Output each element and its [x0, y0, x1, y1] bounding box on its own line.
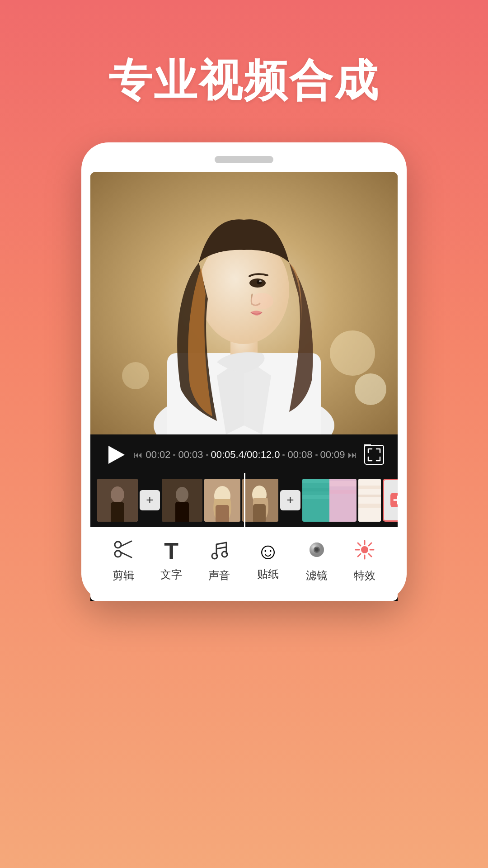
clip-thumb-6[interactable]: [358, 479, 381, 522]
svg-point-3: [122, 362, 149, 389]
toolbar-item-effect[interactable]: 特效: [354, 539, 375, 583]
svg-point-18: [176, 487, 188, 502]
svg-rect-28: [302, 479, 329, 483]
clip-thumb-3[interactable]: [204, 479, 240, 522]
svg-rect-34: [358, 486, 381, 489]
svg-rect-35: [358, 495, 381, 497]
svg-point-13: [251, 293, 273, 309]
clip-add-btn-1[interactable]: +: [140, 490, 160, 510]
svg-rect-16: [111, 502, 124, 522]
clip-thumb-1[interactable]: [97, 479, 138, 522]
svg-line-44: [216, 547, 226, 549]
svg-line-42: [120, 541, 131, 547]
cut-label: 剪辑: [113, 568, 134, 583]
skip-back-icon[interactable]: ⏮: [134, 450, 143, 460]
sticker-icon: ☺: [257, 540, 280, 562]
marker-08: 00:08: [287, 449, 312, 461]
svg-point-15: [111, 486, 124, 503]
svg-point-11: [257, 280, 262, 284]
toolbar-item-cut[interactable]: 剪辑: [113, 538, 134, 583]
clip-strip: +: [90, 473, 398, 527]
svg-point-51: [361, 546, 368, 553]
fullscreen-icon: [367, 448, 381, 462]
controls-bar: ⏮ 00:02 00:03 00:05.4/00:12.0 00:08 00:0…: [90, 434, 398, 473]
video-background: [90, 172, 398, 434]
svg-rect-22: [216, 505, 229, 522]
svg-line-56: [358, 543, 361, 546]
svg-point-45: [212, 553, 217, 559]
current-time-display: 00:05.4/00:12.0: [211, 449, 280, 461]
svg-line-57: [369, 554, 371, 557]
phone-screen: ⏮ 00:02 00:03 00:05.4/00:12.0 00:08 00:0…: [90, 172, 398, 601]
clip-add-large-btn[interactable]: [383, 479, 398, 522]
phone-notch: [215, 156, 273, 163]
svg-rect-31: [329, 481, 357, 486]
bottom-toolbar: 剪辑 T 文字 声音: [90, 527, 398, 601]
svg-rect-32: [329, 490, 357, 494]
svg-rect-29: [302, 488, 329, 491]
filter-icon: [306, 539, 328, 564]
play-icon: [108, 446, 125, 464]
text-label: 文字: [160, 567, 182, 582]
toolbar-item-audio[interactable]: 声音: [208, 539, 230, 583]
svg-rect-30: [302, 495, 329, 499]
skip-forward-icon[interactable]: ⏭: [348, 450, 357, 460]
marker-03: 00:03: [178, 449, 203, 461]
svg-rect-25: [253, 504, 266, 522]
svg-point-50: [315, 548, 319, 552]
svg-line-59: [358, 554, 361, 557]
marker-02: 00:02: [145, 449, 170, 461]
audio-label: 声音: [208, 568, 230, 583]
play-button[interactable]: [104, 443, 127, 466]
svg-rect-36: [358, 504, 381, 508]
svg-rect-26: [302, 479, 329, 522]
clip-thumb-4[interactable]: [242, 479, 278, 522]
toolbar-item-filter[interactable]: 滤镜: [306, 539, 328, 583]
phone-mockup: ⏮ 00:02 00:03 00:05.4/00:12.0 00:08 00:0…: [81, 142, 407, 601]
svg-point-2: [355, 373, 386, 405]
effect-label: 特效: [354, 568, 375, 583]
svg-rect-19: [175, 502, 189, 522]
effect-icon: [354, 539, 375, 564]
scissors-icon: [113, 538, 134, 564]
music-icon: [208, 539, 230, 564]
video-preview: [90, 172, 398, 434]
sticker-label: 贴纸: [257, 567, 279, 581]
svg-point-46: [222, 552, 227, 557]
svg-line-43: [120, 552, 131, 557]
svg-rect-33: [358, 479, 381, 522]
svg-line-58: [369, 543, 371, 546]
fullscreen-button[interactable]: [364, 445, 384, 465]
marker-09: 00:09: [320, 449, 345, 461]
clip-thumb-2[interactable]: [162, 479, 202, 522]
toolbar-item-text[interactable]: T 文字: [160, 539, 182, 582]
playhead: [244, 473, 245, 527]
page-headline: 专业视频合成: [108, 54, 380, 106]
svg-point-1: [330, 330, 375, 376]
text-icon: T: [164, 539, 178, 563]
filter-label: 滤镜: [306, 568, 328, 583]
portrait-svg: [90, 172, 398, 434]
toolbar-item-sticker[interactable]: ☺ 贴纸: [257, 540, 280, 581]
clip-thumb-5[interactable]: [302, 479, 357, 522]
clip-add-btn-2[interactable]: +: [280, 490, 300, 510]
svg-point-12: [259, 280, 262, 282]
